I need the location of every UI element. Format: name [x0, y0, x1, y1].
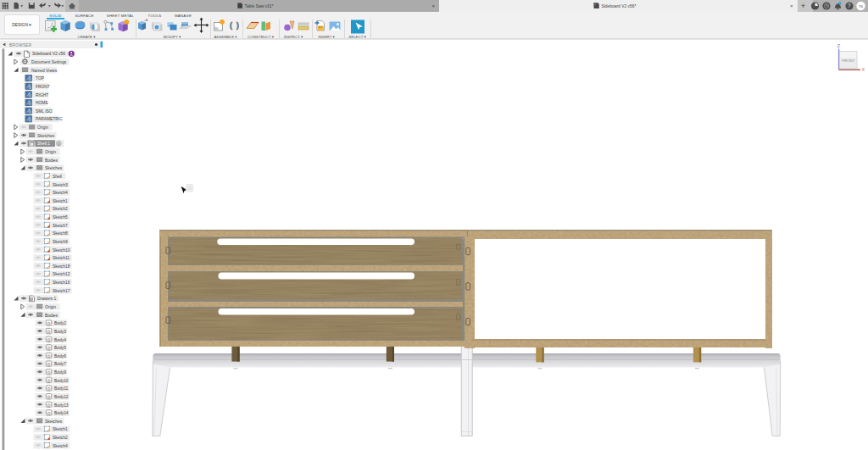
svg-text:Body9: Body9	[54, 370, 66, 375]
svg-text:+: +	[801, 2, 805, 10]
svg-text:Sketch11: Sketch11	[53, 256, 70, 260]
svg-text:Body7: Body7	[54, 362, 66, 366]
svg-text:Sketch17: Sketch17	[53, 289, 70, 293]
svg-text:Sideboard V2 v56*: Sideboard V2 v56*	[602, 4, 637, 8]
svg-text:Sketch5: Sketch5	[53, 215, 68, 219]
svg-text:Shell:1: Shell:1	[37, 142, 50, 146]
svg-text:Z: Z	[837, 43, 841, 48]
svg-text:BROWSER: BROWSER	[9, 43, 32, 47]
svg-text:Body5: Body5	[54, 346, 66, 350]
svg-text:Sideboard V2 v56: Sideboard V2 v56	[32, 52, 65, 56]
svg-text:Sketch1: Sketch1	[53, 427, 68, 431]
svg-text:Body14: Body14	[54, 411, 69, 415]
svg-text:×: ×	[432, 3, 436, 8]
svg-text:Body10: Body10	[54, 379, 69, 383]
svg-text:Shell: Shell	[53, 175, 62, 179]
svg-text:Sketches: Sketches	[45, 166, 63, 170]
svg-text:Origin: Origin	[45, 305, 56, 309]
svg-text:Sketches: Sketches	[37, 134, 55, 138]
svg-text:Sketch7: Sketch7	[53, 224, 68, 228]
svg-text:Origin: Origin	[37, 125, 48, 130]
svg-text:Named Views: Named Views	[31, 69, 58, 73]
svg-text:Body3: Body3	[54, 330, 66, 334]
svg-text:TOP: TOP	[36, 76, 44, 81]
svg-text:Body13: Body13	[54, 403, 69, 408]
svg-text:Sketch9: Sketch9	[53, 240, 68, 244]
svg-text:Sketch2: Sketch2	[53, 207, 68, 211]
svg-text:Sketch3: Sketch3	[53, 183, 68, 187]
svg-text:Sketch10: Sketch10	[53, 248, 70, 253]
svg-text:Bodies: Bodies	[45, 158, 58, 163]
svg-text:Sketch12: Sketch12	[53, 272, 70, 276]
svg-text:Sketch1: Sketch1	[53, 199, 68, 203]
svg-text:Body12: Body12	[54, 395, 69, 399]
svg-text:Sketch4: Sketch4	[53, 191, 68, 195]
svg-text:PARAMETRIC: PARAMETRIC	[36, 117, 63, 121]
svg-text:×: ×	[790, 3, 793, 8]
svg-text:Body6: Body6	[54, 354, 66, 358]
svg-text:Origin: Origin	[45, 150, 56, 154]
svg-text:Sketch4: Sketch4	[53, 444, 68, 448]
svg-text:Body11: Body11	[54, 386, 69, 391]
svg-text:Body4: Body4	[54, 338, 66, 342]
svg-text:Sketch18: Sketch18	[53, 264, 70, 269]
svg-text:X: X	[862, 67, 865, 72]
svg-text:Document Settings: Document Settings	[31, 60, 67, 64]
svg-text:SML ISO: SML ISO	[36, 109, 53, 114]
svg-text:Sketch8: Sketch8	[53, 231, 68, 236]
svg-text:Body2: Body2	[54, 321, 66, 325]
svg-text:FRONT: FRONT	[36, 85, 50, 89]
svg-text:Sketches: Sketches	[45, 419, 63, 424]
svg-text:HOME: HOME	[36, 101, 48, 105]
svg-text:FRONT: FRONT	[842, 58, 854, 63]
svg-text:?: ?	[848, 3, 851, 8]
svg-text:Bodies: Bodies	[45, 314, 58, 318]
svg-text:RIGHT: RIGHT	[36, 93, 48, 97]
svg-text:Table Saw v31*: Table Saw v31*	[245, 4, 274, 8]
svg-text:Sketch16: Sketch16	[53, 281, 70, 285]
svg-text:TS: TS	[859, 4, 864, 8]
svg-text:Sketch2: Sketch2	[53, 436, 68, 440]
svg-text:Drawers 1: Drawers 1	[37, 297, 57, 301]
